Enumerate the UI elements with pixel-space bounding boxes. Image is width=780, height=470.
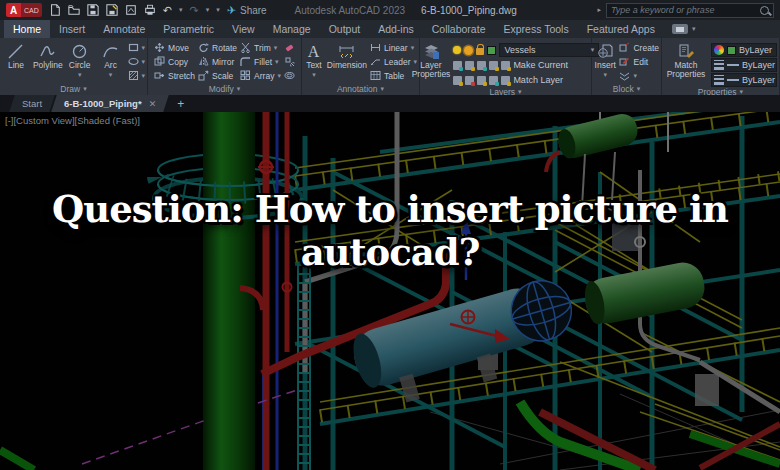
panel-block: Insert ▾ Create Edit ▾ [592,38,662,95]
tab-home[interactable]: Home [4,20,50,38]
layer-properties-icon [423,43,440,60]
panel-label-modify[interactable]: Modify ▾ [150,83,299,95]
dark-overlay [0,112,780,470]
new-tab-button[interactable]: + [168,95,193,112]
search-expand-icon[interactable]: ▸ [597,6,601,14]
viewport-view-control[interactable]: [Custom View] [13,115,74,126]
hatch-button[interactable]: ▾ [128,69,146,82]
share-button[interactable]: ✈ Share [227,4,267,17]
explode-button[interactable] [284,55,295,68]
layer-off-icon[interactable] [477,61,486,70]
redo-icon[interactable]: ↷ [190,4,199,16]
match-properties-button[interactable]: MatchProperties [664,40,708,87]
plot-icon[interactable] [125,4,137,16]
tab-insert[interactable]: Insert [50,20,94,38]
object-color-dropdown[interactable]: ByLayer [711,43,777,57]
undo-caret-icon[interactable]: ▾ [179,6,183,14]
tab-collaborate[interactable]: Collaborate [423,20,495,38]
tab-start[interactable]: Start [9,95,55,112]
help-search: ▸ [597,3,774,18]
move-button[interactable]: Move [154,41,195,54]
headline-overlay: Question: How to insert picture in autoc… [0,188,780,274]
table-button[interactable]: Table [370,69,417,82]
line-button[interactable]: Line [2,40,30,83]
circle-button[interactable]: Circle ▾ [66,40,94,83]
save-as-icon[interactable] [106,4,118,16]
rotate-button[interactable]: Rotate [198,41,237,54]
match-layer-icon[interactable] [501,76,510,85]
offset-button[interactable] [284,69,295,82]
linetype-dropdown[interactable]: ByLayer [711,73,777,87]
layer-thaw-icon[interactable] [464,46,473,55]
dimension-button[interactable]: Dimension [327,40,367,83]
search-box[interactable] [606,3,774,18]
layer-walk-icon[interactable] [477,76,486,85]
array-button[interactable]: Array ▾ [240,69,281,82]
text-button[interactable]: A Text ▾ [304,40,324,83]
redo-caret-icon[interactable]: ▾ [206,6,210,14]
autocad-logo[interactable]: A CAD [6,3,42,17]
lineweight-dropdown[interactable]: ByLayer [711,58,777,72]
block-attributes-button[interactable]: ▾ [619,69,659,82]
undo-icon[interactable]: ↶ [163,4,172,16]
search-input[interactable] [611,5,760,15]
ellipse-icon [128,56,139,67]
make-current-button[interactable]: Make Current [513,60,568,70]
layer-merge-icon[interactable] [489,76,498,85]
tab-annotate[interactable]: Annotate [94,20,154,38]
ribbon-display-icon[interactable] [672,24,688,34]
tab-view[interactable]: View [223,20,264,38]
open-folder-icon[interactable] [68,4,80,16]
tab-addins[interactable]: Add-ins [369,20,423,38]
qat-customize-icon[interactable]: ▾ [216,6,220,14]
tab-manage[interactable]: Manage [264,20,320,38]
panel-label-block[interactable]: Block ▾ [594,83,659,95]
insert-button[interactable]: Insert ▾ [594,40,616,83]
arc-button[interactable]: Arc ▾ [97,40,125,83]
layer-freeze-icon[interactable] [465,61,474,70]
new-file-icon[interactable] [49,4,61,16]
linear-button[interactable]: Linear ▾ [370,41,417,54]
close-tab-icon[interactable]: ✕ [149,99,157,109]
rectangle-button[interactable]: ▾ [128,41,146,54]
layer-on-icon[interactable] [453,46,461,54]
current-layer-dropdown[interactable]: Vessels ▾ [499,43,599,57]
stretch-button[interactable]: Stretch [154,69,195,82]
scale-button[interactable]: Scale [198,69,237,82]
layer-isolate-icon[interactable] [453,61,462,70]
tab-parametric[interactable]: Parametric [154,20,223,38]
layer-lock-tool-icon[interactable] [489,61,498,70]
leader-button[interactable]: Leader ▾ [370,55,417,68]
search-icon[interactable] [760,6,769,15]
ribbon-display-caret-icon[interactable]: ▾ [692,25,696,33]
fillet-button[interactable]: Fillet ▾ [240,55,281,68]
fillet-caret-icon: ▾ [275,58,279,66]
panel-label-annotation[interactable]: Annotation ▾ [304,83,417,95]
ellipse-button[interactable]: ▾ [128,55,146,68]
tab-output[interactable]: Output [320,20,370,38]
layer-unisolate-icon[interactable] [453,76,462,85]
hatch-icon [128,70,139,81]
make-current-icon[interactable] [501,61,510,70]
create-block-button[interactable]: Create [619,41,659,54]
match-layer-button[interactable]: Match Layer [513,75,563,85]
layer-properties-button[interactable]: LayerProperties [412,40,451,87]
layer-color-swatch[interactable] [487,46,496,55]
drawing-viewport[interactable]: [-] [Custom View] [Shaded (Fast)] Questi… [0,112,780,470]
tab-featured-apps[interactable]: Featured Apps [578,20,664,38]
polyline-button[interactable]: Polyline [33,40,63,83]
print-icon[interactable] [144,4,156,16]
copy-button[interactable]: Copy [154,55,195,68]
tab-document[interactable]: 6-B-1000_Piping* ✕ [51,95,169,112]
trim-button[interactable]: Trim ▾ [240,41,281,54]
save-icon[interactable] [87,4,99,16]
layer-unlock-icon[interactable] [476,48,484,55]
viewport-minimize-control[interactable]: [-] [5,115,13,126]
erase-button[interactable] [284,41,295,54]
tab-express-tools[interactable]: Express Tools [494,20,577,38]
layer-delete-icon[interactable] [465,76,474,85]
panel-label-draw[interactable]: Draw ▾ [2,83,145,95]
edit-block-button[interactable]: Edit [619,55,659,68]
mirror-button[interactable]: Mirror [198,55,237,68]
viewport-visual-style-control[interactable]: [Shaded (Fast)] [75,115,140,126]
